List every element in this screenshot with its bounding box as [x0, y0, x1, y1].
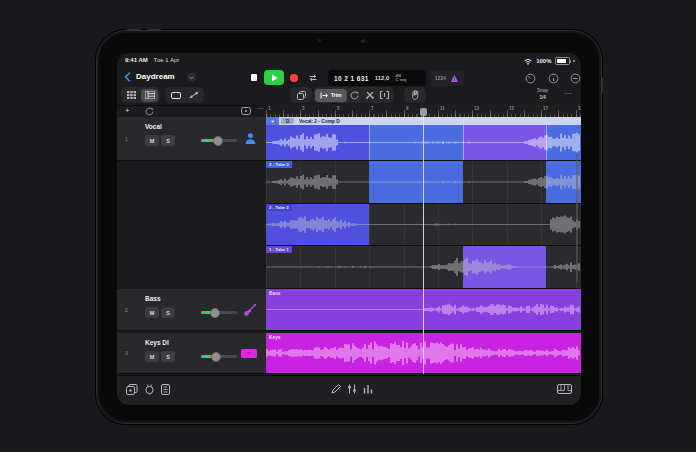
status-time-date: 9:41 AM Tue 1 Apr: [125, 57, 179, 63]
take3-label[interactable]: 3 - Take 3: [266, 161, 292, 168]
copy-icon[interactable]: [297, 91, 306, 100]
vertical-scrollbar[interactable]: [576, 153, 578, 283]
info-icon[interactable]: [548, 73, 559, 84]
join-tool-button[interactable]: [378, 89, 392, 102]
back-chevron-icon[interactable]: [124, 72, 131, 82]
pencil-edit-icon[interactable]: [331, 384, 341, 394]
play-icon: [271, 74, 278, 82]
split-tool-button[interactable]: [363, 89, 377, 102]
snap-control[interactable]: Snap 1/4: [537, 88, 548, 101]
mixer-faders-icon[interactable]: [347, 384, 357, 394]
inspector-list-icon[interactable]: [161, 384, 170, 395]
logic-pro-screen: 9:41 AM Tue 1 Apr 100% Daydream: [117, 53, 581, 405]
project-title[interactable]: Daydream: [136, 72, 175, 81]
take2-label[interactable]: 2 - Take 2: [266, 204, 292, 211]
lcd-display[interactable]: 10 2 1 631 112,0 4/4 C maj: [328, 70, 426, 86]
piano-keyboard-icon[interactable]: [557, 384, 572, 394]
bottom-toolbar: [117, 375, 581, 405]
rotate-icon: [350, 91, 359, 100]
track-number: 2: [125, 289, 128, 330]
split-scissors-icon: [366, 91, 374, 99]
copy-tool-group: [290, 87, 312, 103]
fade-tool-button[interactable]: [348, 89, 362, 102]
lcd-playhead-position: 10 2 1 631: [334, 75, 369, 82]
project-menu-button[interactable]: [187, 73, 196, 82]
comp-selector[interactable]: D: [281, 118, 294, 124]
play-button[interactable]: [264, 70, 284, 85]
edit-tools-group: Trim: [313, 87, 394, 103]
mic-active-indicator: [573, 60, 576, 63]
track-list-header: + …: [117, 105, 266, 117]
meters-icon[interactable]: [363, 384, 373, 394]
track-header-config-icon[interactable]: [241, 107, 251, 115]
comp-region-title: Vocal: 2 - Comp D: [299, 119, 340, 124]
track-number: 3: [125, 333, 128, 373]
keys-region-label: Keys: [269, 335, 280, 340]
gesture-tool-group: [404, 87, 426, 103]
solo-button[interactable]: S: [161, 351, 175, 362]
camera-lens-icon: [361, 39, 365, 43]
take1-label[interactable]: 1 - Take 1: [266, 246, 292, 253]
track-list-more-button[interactable]: …: [257, 103, 265, 110]
snap-value: 1/4: [537, 95, 548, 102]
metronome-icon[interactable]: [450, 74, 459, 83]
slider-knob[interactable]: [211, 352, 221, 362]
trim-icon: [320, 92, 328, 99]
tracks-view-button[interactable]: [141, 89, 158, 102]
bass-guitar-icon: [243, 303, 257, 317]
join-icon: [380, 91, 389, 99]
volume-slider[interactable]: [201, 355, 237, 358]
count-in-metronome-group: 1234: [430, 70, 464, 86]
takes-disclosure-button[interactable]: ▼: [266, 117, 279, 125]
volume-slider[interactable]: [201, 139, 237, 142]
region-icon: [171, 92, 181, 99]
minimize-icon[interactable]: [570, 73, 581, 84]
ipad-device-frame: 9:41 AM Tue 1 Apr 100% Daydream: [96, 30, 602, 424]
mute-button[interactable]: M: [145, 351, 159, 362]
slider-knob[interactable]: [213, 136, 223, 146]
plugins-icon[interactable]: [144, 384, 155, 395]
cycle-button[interactable]: [305, 70, 321, 85]
front-camera-icon: [318, 39, 321, 42]
playhead-line[interactable]: [423, 109, 424, 374]
automation-mode-button[interactable]: [185, 89, 202, 102]
grid-view-icon: [127, 91, 136, 99]
regions-mode-button[interactable]: [167, 89, 184, 102]
more-options-button[interactable]: …: [564, 87, 573, 96]
track-number: 1: [125, 117, 128, 160]
record-button[interactable]: [286, 70, 302, 85]
edit-toolbar: Trim Snap 1/4 …: [117, 85, 581, 106]
stop-button[interactable]: [246, 70, 262, 85]
tracks-view-icon: [145, 91, 155, 99]
chevron-down-icon: [189, 76, 194, 79]
solo-button[interactable]: S: [161, 135, 175, 146]
mute-button[interactable]: M: [145, 307, 159, 318]
cycle-icon: [308, 74, 318, 82]
slider-knob[interactable]: [210, 308, 220, 318]
keys-badge-icon: ≡≡: [241, 349, 257, 358]
status-date: Tue 1 Apr: [153, 57, 179, 63]
grid-view-button[interactable]: [123, 89, 140, 102]
hand-gesture-icon[interactable]: [411, 90, 420, 100]
battery-icon: [555, 57, 570, 65]
track-header-keys[interactable]: 3 Keys DI M S ≡≡: [117, 333, 266, 374]
status-bar: 9:41 AM Tue 1 Apr 100%: [117, 55, 581, 66]
status-time: 9:41 AM: [125, 57, 148, 63]
playhead-handle[interactable]: [420, 108, 427, 116]
vocalist-icon: [244, 132, 257, 145]
volume-down-button: [147, 29, 161, 31]
add-track-button[interactable]: +: [125, 106, 130, 115]
track-name: Keys DI: [145, 339, 169, 346]
solo-button[interactable]: S: [161, 307, 175, 318]
bass-region-label: Bass: [269, 291, 280, 296]
track-header-bass[interactable]: 2 Bass M S: [117, 289, 266, 331]
mute-button[interactable]: M: [145, 135, 159, 146]
trim-tool-button[interactable]: Trim: [315, 89, 347, 102]
track-cycle-icon[interactable]: [145, 107, 154, 116]
track-header-vocal[interactable]: 1 Vocal M S: [117, 117, 266, 161]
volume-slider[interactable]: [201, 311, 237, 314]
count-in-button[interactable]: 1234: [435, 76, 446, 81]
power-button: [601, 77, 603, 93]
library-icon[interactable]: [126, 384, 138, 395]
clock-icon[interactable]: [525, 73, 536, 84]
